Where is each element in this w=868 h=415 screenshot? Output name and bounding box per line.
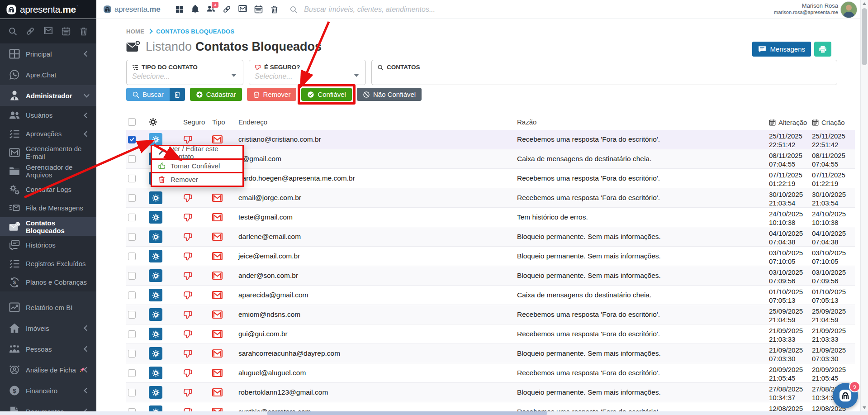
sidebar-logo[interactable]: apresenta.me ° — [0, 0, 96, 19]
sidebar-item-financeiro[interactable]: $Financeiro — [0, 380, 96, 401]
messages-button[interactable]: Mensagens — [752, 42, 811, 57]
row-checkbox[interactable] — [128, 194, 136, 202]
row-checkbox[interactable] — [128, 253, 136, 260]
row-actions-gear-button[interactable] — [149, 386, 162, 399]
select-all-checkbox[interactable] — [128, 118, 136, 126]
row-checkbox[interactable] — [128, 369, 136, 377]
clear-search-button[interactable] — [170, 88, 185, 101]
column-header-seguro[interactable]: Seguro — [183, 118, 212, 126]
row-checkbox[interactable] — [128, 175, 136, 182]
row-actions-gear-button[interactable] — [149, 367, 162, 379]
mail-icon[interactable] — [238, 5, 247, 14]
row-checkbox[interactable] — [128, 136, 136, 143]
sidebar-item-analise-de-ficha[interactable]: Análise de Ficha — [0, 359, 96, 380]
horizontal-scrollbar-thumb[interactable] — [267, 411, 547, 415]
sidebar-item-gerenciamento-de-e-mail[interactable]: Gerenciamento de E-mail — [0, 143, 96, 162]
scroll-up-arrow-icon[interactable] — [863, 2, 866, 5]
menu-item-remover[interactable]: Remover — [151, 172, 244, 187]
row-actions-gear-button[interactable] — [149, 405, 162, 411]
sidebar-item-historicos[interactable]: Históricos — [0, 236, 96, 254]
nao-confiavel-button[interactable]: Não Confiável — [357, 88, 422, 101]
sidebar-item-contatos-bloqueados[interactable]: Contatos Bloqueados — [0, 217, 96, 236]
calendar-icon[interactable] — [62, 27, 71, 36]
bell-icon[interactable] — [191, 5, 199, 14]
row-checkbox[interactable] — [128, 291, 136, 299]
row-checkbox[interactable] — [128, 408, 136, 412]
row-checkbox[interactable] — [128, 272, 136, 280]
caret-down-icon[interactable] — [231, 74, 237, 77]
floating-chat-button[interactable]: 9 — [833, 383, 858, 408]
column-header-tipo[interactable]: Tipo — [212, 118, 237, 126]
vertical-scrollbar[interactable] — [860, 0, 868, 411]
row-actions-gear-button[interactable] — [149, 328, 162, 340]
column-header-criacao[interactable]: Criação — [812, 117, 855, 127]
sidebar-item-pessoas[interactable]: Pessoas — [0, 339, 96, 359]
sidebar-item-gerenciador-de-arquivos[interactable]: Gerenciador de Arquivos — [0, 162, 96, 180]
search-icon[interactable] — [8, 27, 17, 36]
sidebar-item-consultar-logs[interactable]: Consultar Logs — [0, 180, 96, 199]
row-checkbox[interactable] — [128, 389, 136, 396]
row-checkbox[interactable] — [128, 233, 136, 241]
sidebar-item-imoveis[interactable]: Imóveis — [0, 318, 96, 339]
user-avatar[interactable] — [840, 1, 857, 18]
user-info[interactable]: Marison Rosa marison.rosa@apresenta.me — [774, 2, 838, 16]
filter-bar: TIPO DO CONTATO Selecione... É SEGURO? S… — [126, 60, 837, 85]
cadastrar-button[interactable]: Cadastrar — [190, 88, 242, 101]
breadcrumb-current[interactable]: CONTATOS BLOQUEADOS — [156, 28, 234, 35]
filter-e-seguro[interactable]: É SEGURO? Selecione... — [249, 60, 366, 85]
filter-contatos[interactable]: CONTATOS — [371, 60, 837, 85]
filter-label: CONTATOS — [387, 64, 420, 71]
row-actions-gear-button[interactable] — [149, 308, 162, 321]
mail-icon[interactable] — [44, 27, 53, 36]
column-header-razao[interactable]: Razão — [517, 118, 769, 126]
apps-grid-icon[interactable] — [175, 5, 184, 14]
link-icon[interactable] — [26, 27, 35, 36]
users-icon[interactable]: 4 — [207, 5, 215, 14]
row-actions-gear-button[interactable] — [149, 191, 162, 204]
filter-tipo-contato[interactable]: TIPO DO CONTATO Selecione... — [126, 60, 243, 85]
thumbs-down-icon — [183, 291, 193, 300]
row-actions-gear-button[interactable] — [149, 347, 162, 360]
contatos-search-input[interactable] — [377, 72, 788, 81]
buscar-button[interactable]: Buscar — [126, 88, 170, 101]
vertical-scrollbar-thumb[interactable] — [862, 8, 867, 65]
column-header-endereco[interactable]: Endereço — [237, 118, 517, 126]
column-header-alteracao[interactable]: Alteração — [769, 117, 812, 127]
sidebar-item-relatorio-em-bi[interactable]: Relatório em BI — [0, 297, 96, 318]
topbar-logo[interactable]: apresenta.me — [103, 5, 160, 14]
trash-icon[interactable] — [79, 27, 88, 36]
remover-button[interactable]: Remover — [247, 88, 297, 101]
caret-down-icon[interactable] — [354, 74, 359, 77]
global-search-input[interactable] — [303, 5, 499, 14]
trash-icon[interactable] — [270, 5, 279, 14]
menu-item-ver-editar[interactable]: Ver / Editar este Contato — [151, 145, 244, 160]
sidebar-item-usuarios[interactable]: Usuários — [0, 106, 96, 124]
calendar-icon[interactable] — [254, 5, 263, 14]
row-checkbox[interactable] — [128, 330, 136, 338]
row-actions-gear-button[interactable] — [149, 269, 162, 282]
row-actions-gear-button[interactable] — [149, 250, 162, 262]
sidebar-item-documentos[interactable]: Documentos — [0, 401, 96, 411]
breadcrumb-home[interactable]: HOME — [126, 28, 144, 35]
confiavel-button[interactable]: Confiável — [301, 88, 352, 101]
print-button[interactable] — [814, 42, 831, 57]
sidebar-item-principal[interactable]: Principal — [0, 43, 96, 64]
sidebar-item-fila-de-mensagens[interactable]: Fila de Mensagens — [0, 199, 96, 217]
sidebar-item-registros-excluidos[interactable]: Registros Excluídos — [0, 254, 96, 273]
row-checkbox[interactable] — [128, 155, 136, 163]
sidebar-item-planos-e-cobrancas[interactable]: $Planos e Cobranças — [0, 273, 96, 291]
row-actions-gear-button[interactable] — [149, 211, 162, 224]
row-checkbox[interactable] — [128, 311, 136, 319]
scroll-down-arrow-icon[interactable] — [863, 406, 866, 409]
sidebar-item-aprovacoes[interactable]: Aprovações — [0, 124, 96, 143]
row-actions-gear-button[interactable] — [149, 133, 162, 146]
menu-item-tornar-confiavel[interactable]: Tornar Confiável — [151, 158, 244, 173]
row-checkbox[interactable] — [128, 350, 136, 358]
sidebar-item-apre-chat[interactable]: Apre.Chat — [0, 64, 96, 85]
sidebar-item-administrador[interactable]: Administrador — [0, 85, 96, 106]
row-actions-gear-button[interactable] — [149, 289, 162, 301]
row-actions-gear-button[interactable] — [149, 230, 162, 243]
horizontal-scrollbar[interactable] — [0, 411, 868, 415]
row-checkbox[interactable] — [128, 214, 136, 221]
link-icon[interactable] — [223, 5, 231, 14]
